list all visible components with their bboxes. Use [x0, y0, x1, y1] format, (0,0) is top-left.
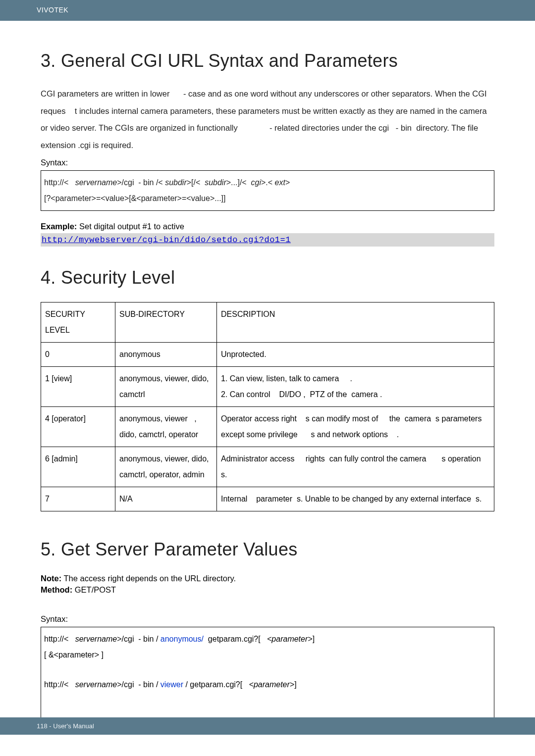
txt-italic: servername	[75, 680, 117, 689]
txt-italic: <parameter>	[267, 635, 313, 643]
table-row: 7 N/A Internal parameter s. Unable to be…	[41, 487, 494, 511]
syntax-line-1: http://< servername>/cgi - bin /< subdir…	[44, 175, 491, 191]
cell-level: 4 [operator]	[41, 406, 115, 447]
section5-method: Method: GET/POST	[41, 585, 494, 595]
table-row: 1 [view] anonymous, viewer, dido, camctr…	[41, 366, 494, 406]
section3-title: 3. General CGI URL Syntax and Parameters	[41, 50, 494, 71]
cell-level: 0	[41, 342, 115, 366]
note-label: Note:	[41, 574, 61, 583]
cell-level: 1 [view]	[41, 366, 115, 406]
header-divider	[0, 20, 535, 21]
section5-syntax-box: http://< servername>/cgi - bin / anonymo…	[41, 627, 494, 717]
txt-italic: servername	[75, 635, 117, 643]
txt-italic: servername	[75, 178, 117, 187]
txt: getparam.cgi?[	[204, 635, 267, 643]
spacer	[44, 663, 491, 677]
cell-level: 7	[41, 487, 115, 511]
section3-example-label-row: Example: Set digital output #1 to active	[41, 222, 494, 231]
th-security-level: SECURITY LEVEL	[41, 302, 115, 342]
table-header-row: SECURITY LEVEL SUB-DIRECTORY DESCRIPTION	[41, 302, 494, 342]
txt-blue: anonymous/	[160, 635, 204, 643]
section3-syntax-box: http://< servername>/cgi - bin /< subdir…	[41, 170, 494, 211]
example-label: Example:	[41, 222, 77, 231]
txt: http://<	[44, 680, 75, 689]
table-row: 4 [operator] anonymous, viewer , dido, c…	[41, 406, 494, 447]
txt: ]	[294, 680, 296, 689]
section5-title: 5. Get Server Parameter Values	[41, 539, 494, 560]
method-label: Method:	[41, 585, 72, 594]
cell-subdir: anonymous, viewer, dido, camctrl, operat…	[115, 447, 217, 487]
th-description: DESCRIPTION	[217, 302, 494, 342]
example-text: Set digital output #1 to active	[77, 222, 184, 231]
cell-level: 6 [admin]	[41, 447, 115, 487]
txt-italic: <parameter>	[249, 680, 295, 689]
txt: >	[285, 178, 290, 187]
txt: >[/<	[187, 178, 205, 187]
syntax5-line1: http://< servername>/cgi - bin / anonymo…	[44, 631, 491, 647]
txt-italic: subdir	[165, 178, 187, 187]
section5-syntax-label: Syntax:	[41, 614, 494, 624]
th-sub-directory: SUB-DIRECTORY	[115, 302, 217, 342]
page-footer: 118 - User's Manual	[0, 717, 535, 735]
section3-example-link-bar: http://mywebserver/cgi-bin/dido/setdo.cg…	[41, 233, 494, 247]
txt: >...]/<	[226, 178, 251, 187]
page-content: 3. General CGI URL Syntax and Parameters…	[0, 50, 535, 717]
table-row: 0 anonymous Unprotected.	[41, 342, 494, 366]
note-text: The access right depends on the URL dire…	[61, 574, 236, 583]
section3-syntax-label: Syntax:	[41, 158, 494, 167]
section4-title: 4. Security Level	[41, 267, 494, 288]
cell-subdir: anonymous, viewer, dido, camctrl	[115, 366, 217, 406]
txt: http://<	[44, 178, 75, 187]
syntax-line-2: [?<parameter>=<value>[&<parameter>=<valu…	[44, 191, 491, 206]
cell-desc: Internal parameter s. Unable to be chang…	[217, 487, 494, 511]
section3-paragraph: CGI parameters are written in lower - ca…	[41, 85, 494, 154]
txt: >/cgi - bin /	[117, 680, 160, 689]
table-row: 6 [admin] anonymous, viewer, dido, camct…	[41, 447, 494, 487]
cell-subdir: anonymous, viewer , dido, camctrl, opera…	[115, 406, 217, 447]
txt-italic: subdir	[205, 178, 226, 187]
cell-desc: Operator access right s can modify most …	[217, 406, 494, 447]
txt-italic: ext	[275, 178, 285, 187]
txt: / getparam.cgi?[	[183, 680, 249, 689]
cell-desc: Unprotected.	[217, 342, 494, 366]
cell-subdir: anonymous	[115, 342, 217, 366]
txt: >.<	[261, 178, 275, 187]
txt: >/cgi - bin /<	[117, 178, 165, 187]
txt: http://<	[44, 635, 75, 643]
cell-subdir: N/A	[115, 487, 217, 511]
txt-blue: viewer	[160, 680, 183, 689]
syntax5-line2: [ &<parameter> ]	[44, 647, 491, 663]
txt-italic: cgi	[251, 178, 261, 187]
header-brand: VIVOTEK	[0, 0, 535, 20]
security-level-table: SECURITY LEVEL SUB-DIRECTORY DESCRIPTION…	[41, 302, 494, 511]
section5-note: Note: The access right depends on the UR…	[41, 574, 494, 583]
cell-desc: 1. Can view, listen, talk to camera . 2.…	[217, 366, 494, 406]
txt: >/cgi - bin /	[117, 635, 160, 643]
txt: ]	[313, 635, 315, 643]
method-text: GET/POST	[72, 585, 116, 594]
cell-desc: Administrator access rights can fully co…	[217, 447, 494, 487]
example-link[interactable]: http://mywebserver/cgi-bin/dido/setdo.cg…	[42, 235, 291, 245]
syntax5-line3: http://< servername>/cgi - bin / viewer …	[44, 677, 491, 693]
